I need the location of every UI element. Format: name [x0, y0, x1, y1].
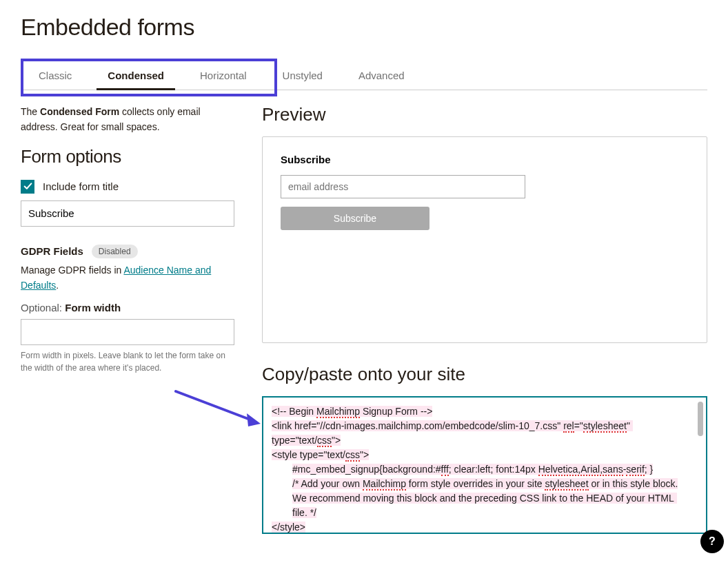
- tabs-bar: Classic Condensed Horizontal Unstyled Ad…: [21, 61, 707, 90]
- scrollbar-thumb[interactable]: [698, 402, 703, 436]
- embed-code-textarea[interactable]: <!-- Begin Mailchimp Signup Form --> <li…: [262, 396, 707, 534]
- svg-marker-1: [247, 413, 261, 426]
- form-options-heading: Form options: [21, 146, 234, 167]
- gdpr-help-text: Manage GDPR fields in Audience Name and …: [21, 262, 234, 293]
- form-width-label: Optional: Form width: [21, 302, 234, 313]
- gdpr-fields-label: GDPR Fields: [21, 245, 83, 257]
- form-width-help: Form width in pixels. Leave blank to let…: [21, 349, 234, 374]
- page-title: Embedded forms: [21, 14, 707, 41]
- tab-horizontal[interactable]: Horizontal: [182, 61, 265, 90]
- tab-unstyled[interactable]: Unstyled: [265, 61, 341, 90]
- preview-form-title: Subscribe: [281, 154, 689, 165]
- tab-classic[interactable]: Classic: [21, 61, 90, 90]
- include-form-title-checkbox[interactable]: [21, 180, 34, 194]
- tab-advanced[interactable]: Advanced: [341, 61, 423, 90]
- preview-box: Subscribe Subscribe: [262, 136, 707, 343]
- preview-subscribe-button[interactable]: Subscribe: [281, 207, 429, 230]
- tab-condensed[interactable]: Condensed: [90, 61, 182, 90]
- preview-heading: Preview: [262, 104, 707, 125]
- check-icon: [23, 182, 32, 191]
- preview-email-input[interactable]: [281, 175, 525, 198]
- form-description: The Condensed Form collects only email a…: [21, 104, 234, 135]
- form-options-panel: The Condensed Form collects only email a…: [21, 104, 234, 534]
- include-form-title-label: Include form title: [43, 181, 119, 192]
- copy-paste-heading: Copy/paste onto your site: [262, 364, 707, 385]
- form-width-input[interactable]: [21, 319, 234, 345]
- form-title-input[interactable]: [21, 200, 234, 227]
- gdpr-status-badge: Disabled: [92, 245, 138, 258]
